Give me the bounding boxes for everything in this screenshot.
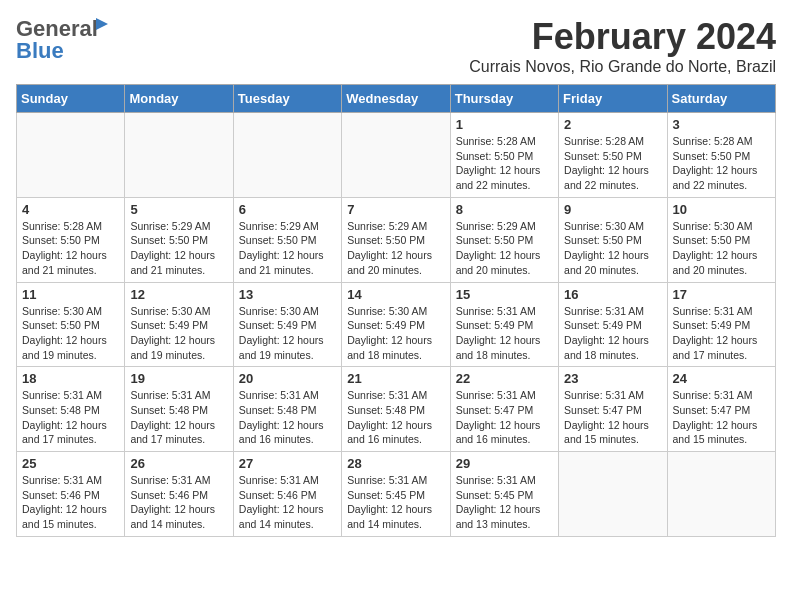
day-info: Sunrise: 5:29 AM Sunset: 5:50 PM Dayligh… (130, 219, 227, 278)
day-number: 28 (347, 456, 444, 471)
calendar-cell: 26Sunrise: 5:31 AM Sunset: 5:46 PM Dayli… (125, 452, 233, 537)
day-info: Sunrise: 5:31 AM Sunset: 5:46 PM Dayligh… (130, 473, 227, 532)
page-header: General Blue February 2024 Currais Novos… (16, 16, 776, 76)
calendar-week-row: 11Sunrise: 5:30 AM Sunset: 5:50 PM Dayli… (17, 282, 776, 367)
day-info: Sunrise: 5:28 AM Sunset: 5:50 PM Dayligh… (564, 134, 661, 193)
calendar-cell: 21Sunrise: 5:31 AM Sunset: 5:48 PM Dayli… (342, 367, 450, 452)
calendar-cell: 28Sunrise: 5:31 AM Sunset: 5:45 PM Dayli… (342, 452, 450, 537)
calendar-cell: 9Sunrise: 5:30 AM Sunset: 5:50 PM Daylig… (559, 197, 667, 282)
day-info: Sunrise: 5:31 AM Sunset: 5:47 PM Dayligh… (564, 388, 661, 447)
calendar-cell: 29Sunrise: 5:31 AM Sunset: 5:45 PM Dayli… (450, 452, 558, 537)
calendar-cell: 22Sunrise: 5:31 AM Sunset: 5:47 PM Dayli… (450, 367, 558, 452)
calendar-week-row: 25Sunrise: 5:31 AM Sunset: 5:46 PM Dayli… (17, 452, 776, 537)
day-number: 14 (347, 287, 444, 302)
day-info: Sunrise: 5:30 AM Sunset: 5:50 PM Dayligh… (564, 219, 661, 278)
day-info: Sunrise: 5:28 AM Sunset: 5:50 PM Dayligh… (673, 134, 770, 193)
day-number: 23 (564, 371, 661, 386)
day-number: 5 (130, 202, 227, 217)
day-number: 10 (673, 202, 770, 217)
day-number: 6 (239, 202, 336, 217)
day-info: Sunrise: 5:28 AM Sunset: 5:50 PM Dayligh… (456, 134, 553, 193)
calendar-cell: 18Sunrise: 5:31 AM Sunset: 5:48 PM Dayli… (17, 367, 125, 452)
day-info: Sunrise: 5:31 AM Sunset: 5:46 PM Dayligh… (22, 473, 119, 532)
day-number: 19 (130, 371, 227, 386)
calendar-cell: 2Sunrise: 5:28 AM Sunset: 5:50 PM Daylig… (559, 113, 667, 198)
calendar-cell (17, 113, 125, 198)
calendar-cell: 7Sunrise: 5:29 AM Sunset: 5:50 PM Daylig… (342, 197, 450, 282)
day-number: 3 (673, 117, 770, 132)
day-number: 17 (673, 287, 770, 302)
day-info: Sunrise: 5:31 AM Sunset: 5:47 PM Dayligh… (456, 388, 553, 447)
calendar-table: SundayMondayTuesdayWednesdayThursdayFrid… (16, 84, 776, 537)
day-number: 12 (130, 287, 227, 302)
day-info: Sunrise: 5:31 AM Sunset: 5:49 PM Dayligh… (564, 304, 661, 363)
day-info: Sunrise: 5:30 AM Sunset: 5:49 PM Dayligh… (239, 304, 336, 363)
day-info: Sunrise: 5:31 AM Sunset: 5:48 PM Dayligh… (22, 388, 119, 447)
calendar-cell: 13Sunrise: 5:30 AM Sunset: 5:49 PM Dayli… (233, 282, 341, 367)
svg-marker-0 (96, 18, 108, 30)
day-info: Sunrise: 5:31 AM Sunset: 5:48 PM Dayligh… (130, 388, 227, 447)
logo-arrow-icon (96, 18, 108, 30)
day-info: Sunrise: 5:31 AM Sunset: 5:45 PM Dayligh… (347, 473, 444, 532)
weekday-header: Tuesday (233, 85, 341, 113)
calendar-cell (125, 113, 233, 198)
calendar-cell: 11Sunrise: 5:30 AM Sunset: 5:50 PM Dayli… (17, 282, 125, 367)
calendar-cell: 12Sunrise: 5:30 AM Sunset: 5:49 PM Dayli… (125, 282, 233, 367)
day-info: Sunrise: 5:30 AM Sunset: 5:50 PM Dayligh… (22, 304, 119, 363)
day-number: 29 (456, 456, 553, 471)
day-number: 27 (239, 456, 336, 471)
day-info: Sunrise: 5:30 AM Sunset: 5:50 PM Dayligh… (673, 219, 770, 278)
calendar-cell: 3Sunrise: 5:28 AM Sunset: 5:50 PM Daylig… (667, 113, 775, 198)
day-number: 2 (564, 117, 661, 132)
calendar-cell: 4Sunrise: 5:28 AM Sunset: 5:50 PM Daylig… (17, 197, 125, 282)
weekday-header: Sunday (17, 85, 125, 113)
day-info: Sunrise: 5:30 AM Sunset: 5:49 PM Dayligh… (130, 304, 227, 363)
calendar-week-row: 4Sunrise: 5:28 AM Sunset: 5:50 PM Daylig… (17, 197, 776, 282)
day-number: 24 (673, 371, 770, 386)
day-info: Sunrise: 5:31 AM Sunset: 5:49 PM Dayligh… (456, 304, 553, 363)
calendar-cell: 15Sunrise: 5:31 AM Sunset: 5:49 PM Dayli… (450, 282, 558, 367)
calendar-cell: 8Sunrise: 5:29 AM Sunset: 5:50 PM Daylig… (450, 197, 558, 282)
day-number: 15 (456, 287, 553, 302)
calendar-cell: 19Sunrise: 5:31 AM Sunset: 5:48 PM Dayli… (125, 367, 233, 452)
day-info: Sunrise: 5:31 AM Sunset: 5:45 PM Dayligh… (456, 473, 553, 532)
day-number: 9 (564, 202, 661, 217)
weekday-header: Saturday (667, 85, 775, 113)
day-number: 16 (564, 287, 661, 302)
day-number: 26 (130, 456, 227, 471)
calendar-cell: 20Sunrise: 5:31 AM Sunset: 5:48 PM Dayli… (233, 367, 341, 452)
weekday-header: Wednesday (342, 85, 450, 113)
day-info: Sunrise: 5:29 AM Sunset: 5:50 PM Dayligh… (456, 219, 553, 278)
day-number: 11 (22, 287, 119, 302)
day-info: Sunrise: 5:31 AM Sunset: 5:49 PM Dayligh… (673, 304, 770, 363)
calendar-cell: 17Sunrise: 5:31 AM Sunset: 5:49 PM Dayli… (667, 282, 775, 367)
calendar-cell: 27Sunrise: 5:31 AM Sunset: 5:46 PM Dayli… (233, 452, 341, 537)
day-number: 13 (239, 287, 336, 302)
calendar-cell: 5Sunrise: 5:29 AM Sunset: 5:50 PM Daylig… (125, 197, 233, 282)
calendar-cell (342, 113, 450, 198)
weekday-header: Friday (559, 85, 667, 113)
day-info: Sunrise: 5:31 AM Sunset: 5:47 PM Dayligh… (673, 388, 770, 447)
calendar-cell: 6Sunrise: 5:29 AM Sunset: 5:50 PM Daylig… (233, 197, 341, 282)
calendar-week-row: 1Sunrise: 5:28 AM Sunset: 5:50 PM Daylig… (17, 113, 776, 198)
day-number: 25 (22, 456, 119, 471)
day-info: Sunrise: 5:31 AM Sunset: 5:46 PM Dayligh… (239, 473, 336, 532)
calendar-cell (233, 113, 341, 198)
day-number: 7 (347, 202, 444, 217)
calendar-cell: 10Sunrise: 5:30 AM Sunset: 5:50 PM Dayli… (667, 197, 775, 282)
weekday-header: Monday (125, 85, 233, 113)
calendar-cell: 16Sunrise: 5:31 AM Sunset: 5:49 PM Dayli… (559, 282, 667, 367)
calendar-cell (559, 452, 667, 537)
calendar-cell: 14Sunrise: 5:30 AM Sunset: 5:49 PM Dayli… (342, 282, 450, 367)
calendar-cell: 25Sunrise: 5:31 AM Sunset: 5:46 PM Dayli… (17, 452, 125, 537)
weekday-header: Thursday (450, 85, 558, 113)
day-number: 8 (456, 202, 553, 217)
day-info: Sunrise: 5:31 AM Sunset: 5:48 PM Dayligh… (347, 388, 444, 447)
day-info: Sunrise: 5:29 AM Sunset: 5:50 PM Dayligh… (239, 219, 336, 278)
day-number: 22 (456, 371, 553, 386)
day-number: 18 (22, 371, 119, 386)
calendar-cell: 24Sunrise: 5:31 AM Sunset: 5:47 PM Dayli… (667, 367, 775, 452)
day-number: 1 (456, 117, 553, 132)
calendar-cell: 23Sunrise: 5:31 AM Sunset: 5:47 PM Dayli… (559, 367, 667, 452)
location-title: Currais Novos, Rio Grande do Norte, Braz… (469, 58, 776, 76)
